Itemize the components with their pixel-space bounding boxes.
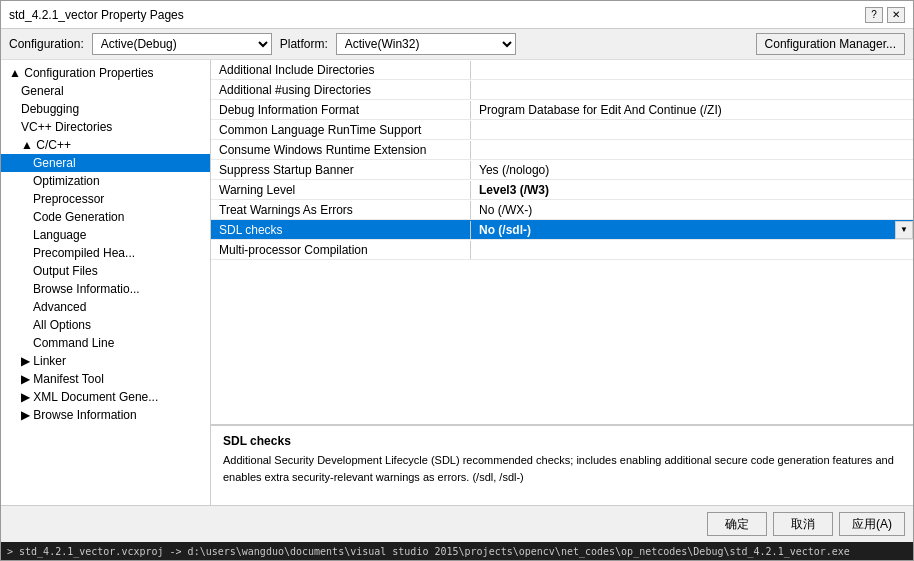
ok-button[interactable]: 确定 <box>707 512 767 536</box>
properties-table: Additional Include Directories Additiona… <box>211 60 913 425</box>
tree-item-xml-document[interactable]: ▶ XML Document Gene... <box>1 388 210 406</box>
right-panel: Additional Include Directories Additiona… <box>211 60 913 505</box>
config-manager-button[interactable]: Configuration Manager... <box>756 33 905 55</box>
property-pages-dialog: std_4.2.1_vector Property Pages ? ✕ Conf… <box>0 0 914 561</box>
tree-item-language[interactable]: Language <box>1 226 210 244</box>
prop-name-multiprocessor: Multi-processor Compilation <box>211 241 471 259</box>
prop-value-consume-winrt <box>471 148 913 152</box>
prop-row-suppress-banner[interactable]: Suppress Startup Banner Yes (/nologo) <box>211 160 913 180</box>
tree-item-optimization[interactable]: Optimization <box>1 172 210 190</box>
description-panel: SDL checks Additional Security Developme… <box>211 425 913 505</box>
tree-item-precompiled-headers[interactable]: Precompiled Hea... <box>1 244 210 262</box>
prop-name-treat-warnings: Treat Warnings As Errors <box>211 201 471 219</box>
prop-value-suppress-banner: Yes (/nologo) <box>471 161 913 179</box>
tree-item-browse-information[interactable]: Browse Informatio... <box>1 280 210 298</box>
prop-name-additional-using: Additional #using Directories <box>211 81 471 99</box>
main-content: ▲ Configuration Properties General Debug… <box>1 60 913 505</box>
title-bar-buttons: ? ✕ <box>865 7 905 23</box>
tree-item-cpp-general[interactable]: General <box>1 154 210 172</box>
tree-item-command-line[interactable]: Command Line <box>1 334 210 352</box>
platform-label: Platform: <box>280 37 328 51</box>
prop-row-debug-format[interactable]: Debug Information Format Program Databas… <box>211 100 913 120</box>
tree-item-cpp[interactable]: ▲ C/C++ <box>1 136 210 154</box>
prop-value-additional-include <box>471 68 913 72</box>
prop-value-multiprocessor <box>471 248 913 252</box>
prop-value-clr-support <box>471 128 913 132</box>
title-bar: std_4.2.1_vector Property Pages ? ✕ <box>1 1 913 29</box>
tree-item-vc-directories[interactable]: VC++ Directories <box>1 118 210 136</box>
prop-row-additional-using[interactable]: Additional #using Directories <box>211 80 913 100</box>
configuration-label: Configuration: <box>9 37 84 51</box>
tree-item-config-properties[interactable]: ▲ Configuration Properties <box>1 64 210 82</box>
description-title: SDL checks <box>223 434 901 448</box>
prop-value-treat-warnings: No (/WX-) <box>471 201 913 219</box>
dialog-title: std_4.2.1_vector Property Pages <box>9 8 184 22</box>
prop-name-sdl-checks: SDL checks <box>211 221 471 239</box>
prop-row-sdl-checks[interactable]: SDL checks No (/sdl-) ▼ <box>211 220 913 240</box>
statusbar: > std_4.2.1_vector.vcxproj -> d:\users\w… <box>1 542 913 560</box>
prop-row-multiprocessor[interactable]: Multi-processor Compilation <box>211 240 913 260</box>
prop-name-suppress-banner: Suppress Startup Banner <box>211 161 471 179</box>
tree-item-linker[interactable]: ▶ Linker <box>1 352 210 370</box>
bottom-buttons: 确定 取消 应用(A) <box>1 505 913 542</box>
statusbar-text: > std_4.2.1_vector.vcxproj -> d:\users\w… <box>7 546 850 557</box>
config-row: Configuration: Active(Debug) Platform: A… <box>1 29 913 60</box>
tree-item-output-files[interactable]: Output Files <box>1 262 210 280</box>
left-tree-panel: ▲ Configuration Properties General Debug… <box>1 60 211 505</box>
cancel-button[interactable]: 取消 <box>773 512 833 536</box>
help-button[interactable]: ? <box>865 7 883 23</box>
prop-name-debug-format: Debug Information Format <box>211 101 471 119</box>
description-text: Additional Security Development Lifecycl… <box>223 452 901 485</box>
close-button[interactable]: ✕ <box>887 7 905 23</box>
prop-row-clr-support[interactable]: Common Language RunTime Support <box>211 120 913 140</box>
prop-value-warning-level: Level3 (/W3) <box>471 181 913 199</box>
prop-name-additional-include: Additional Include Directories <box>211 61 471 79</box>
tree-item-code-generation[interactable]: Code Generation <box>1 208 210 226</box>
prop-name-warning-level: Warning Level <box>211 181 471 199</box>
prop-row-additional-include[interactable]: Additional Include Directories <box>211 60 913 80</box>
apply-button[interactable]: 应用(A) <box>839 512 905 536</box>
prop-value-debug-format: Program Database for Edit And Continue (… <box>471 101 913 119</box>
tree-item-general[interactable]: General <box>1 82 210 100</box>
prop-row-warning-level[interactable]: Warning Level Level3 (/W3) <box>211 180 913 200</box>
tree-item-all-options[interactable]: All Options <box>1 316 210 334</box>
prop-row-treat-warnings[interactable]: Treat Warnings As Errors No (/WX-) <box>211 200 913 220</box>
platform-select[interactable]: Active(Win32) <box>336 33 516 55</box>
tree-item-manifest-tool[interactable]: ▶ Manifest Tool <box>1 370 210 388</box>
tree-item-browse-info[interactable]: ▶ Browse Information <box>1 406 210 424</box>
prop-name-consume-winrt: Consume Windows Runtime Extension <box>211 141 471 159</box>
tree-item-advanced[interactable]: Advanced <box>1 298 210 316</box>
prop-value-additional-using <box>471 88 913 92</box>
prop-row-consume-winrt[interactable]: Consume Windows Runtime Extension <box>211 140 913 160</box>
prop-value-sdl-checks: No (/sdl-) <box>471 221 895 239</box>
tree-item-preprocessor[interactable]: Preprocessor <box>1 190 210 208</box>
prop-name-clr-support: Common Language RunTime Support <box>211 121 471 139</box>
configuration-select[interactable]: Active(Debug) <box>92 33 272 55</box>
tree-item-debugging[interactable]: Debugging <box>1 100 210 118</box>
sdl-dropdown-arrow[interactable]: ▼ <box>895 221 913 239</box>
